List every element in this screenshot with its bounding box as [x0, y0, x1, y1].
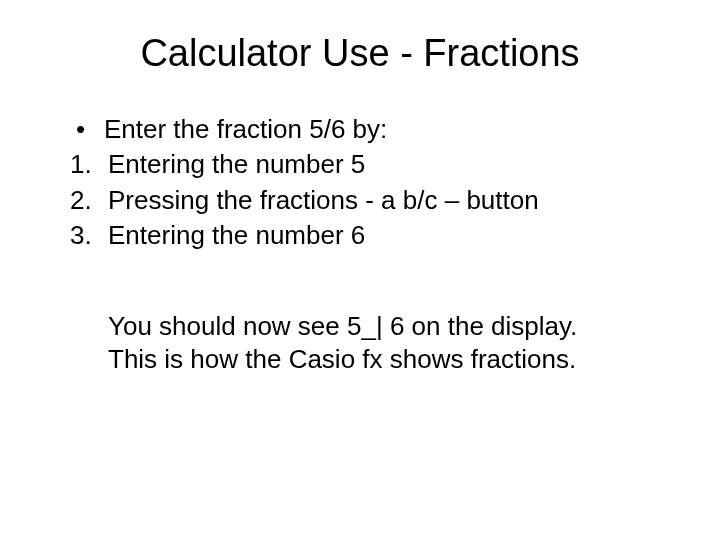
- step-item: 1. Entering the number 5: [70, 148, 650, 181]
- step-number: 3.: [70, 219, 108, 252]
- paragraph-line: You should now see 5_| 6 on the display.: [108, 310, 640, 343]
- bullet-marker: •: [70, 113, 104, 146]
- step-text: Pressing the fractions - a b/c – button: [108, 184, 650, 217]
- step-text: Entering the number 6: [108, 219, 650, 252]
- page-title: Calculator Use - Fractions: [70, 32, 650, 75]
- bullet-item: • Enter the fraction 5/6 by:: [70, 113, 650, 146]
- content-body: • Enter the fraction 5/6 by: 1. Entering…: [70, 113, 650, 377]
- bullet-text: Enter the fraction 5/6 by:: [104, 113, 650, 146]
- paragraph-line: This is how the Casio fx shows fractions…: [108, 343, 640, 376]
- paragraph: You should now see 5_| 6 on the display.…: [108, 310, 650, 377]
- step-item: 2. Pressing the fractions - a b/c – butt…: [70, 184, 650, 217]
- step-number: 2.: [70, 184, 108, 217]
- step-number: 1.: [70, 148, 108, 181]
- step-item: 3. Entering the number 6: [70, 219, 650, 252]
- step-text: Entering the number 5: [108, 148, 650, 181]
